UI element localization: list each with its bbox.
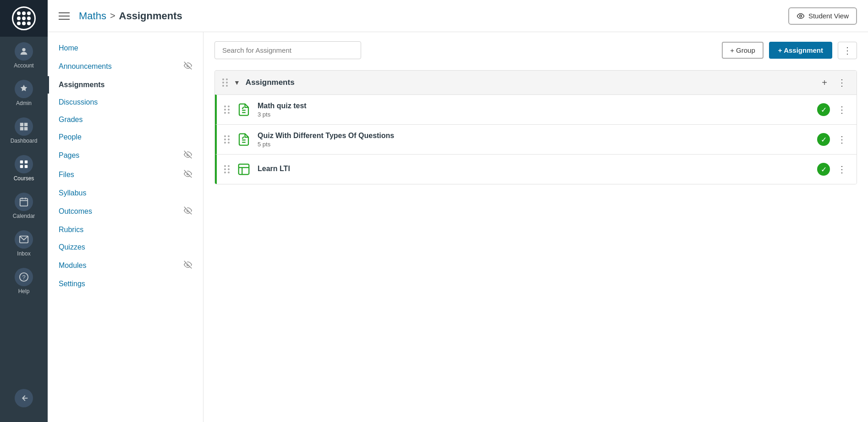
files-visibility-icon[interactable] [184,170,192,180]
nav-outcomes[interactable]: Outcomes [48,202,203,221]
assignment-title[interactable]: Math quiz test [258,102,812,110]
nav-people[interactable]: People [48,128,203,146]
actions-more-button[interactable]: ⋮ [838,42,857,59]
assignment-info: Quiz With Different Types Of Questions 5… [258,132,812,148]
main-area: Maths > Assignments Student View Home An… [48,0,868,422]
assignment-status: ✓ ⋮ [817,103,849,116]
nav-assignments[interactable]: Assignments [48,76,203,94]
sidebar-back-button[interactable] [15,383,33,415]
svg-rect-4 [24,127,27,130]
svg-rect-6 [25,161,27,163]
action-bar: + Group + Assignment ⋮ [214,41,857,59]
menu-toggle-button[interactable] [59,12,70,20]
sidebar-item-courses[interactable]: Courses [0,150,48,187]
assignment-title[interactable]: Learn LTI [258,165,812,173]
svg-point-17 [800,15,802,17]
app-logo[interactable] [0,0,48,37]
nav-announcements[interactable]: Announcements [48,57,203,76]
course-navigation: Home Announcements Assignments Discussio… [48,32,203,422]
svg-rect-2 [24,123,27,126]
assignment-points: 5 pts [258,141,812,148]
sidebar-item-calendar[interactable]: Calendar [0,187,48,225]
item-more-button[interactable]: ⋮ [835,103,849,116]
nav-syllabus[interactable]: Syllabus [48,184,203,202]
search-input[interactable] [214,41,361,59]
published-indicator: ✓ [817,103,830,116]
assignment-type-icon [236,131,252,148]
nav-grades[interactable]: Grades [48,111,203,128]
published-indicator: ✓ [817,163,830,176]
published-indicator: ✓ [817,133,830,146]
lti-type-icon [236,161,252,178]
modules-visibility-icon[interactable] [184,261,192,271]
nav-quizzes[interactable]: Quizzes [48,239,203,256]
svg-rect-9 [20,199,28,206]
page-content: + Group + Assignment ⋮ [203,32,868,422]
assignment-type-icon [236,101,252,118]
nav-home[interactable]: Home [48,39,203,57]
nav-pages[interactable]: Pages [48,146,203,165]
svg-text:?: ? [22,274,25,281]
item-more-button[interactable]: ⋮ [835,133,849,146]
svg-point-0 [22,48,25,51]
assignments-group: ▼ Assignments + ⋮ [214,70,857,184]
item-drag-handle[interactable] [224,135,230,144]
group-drag-handle[interactable] [222,78,228,87]
sidebar: Account Admin Dashboard Courses Calendar… [0,0,48,422]
sidebar-item-inbox[interactable]: Inbox [0,225,48,262]
nav-files[interactable]: Files [48,165,203,184]
assignment-item: Quiz With Different Types Of Questions 5… [215,124,857,154]
nav-modules[interactable]: Modules [48,256,203,275]
assignment-item: Math quiz test 3 pts ✓ ⋮ [215,94,857,124]
breadcrumb: Maths > Assignments [79,10,182,22]
add-assignment-button[interactable]: + Assignment [769,42,832,59]
item-more-button[interactable]: ⋮ [835,163,849,176]
topbar: Maths > Assignments Student View [48,0,868,32]
item-drag-handle[interactable] [224,106,230,114]
group-actions: + ⋮ [819,76,849,89]
student-view-icon [797,12,805,20]
svg-rect-3 [20,127,23,130]
group-toggle-button[interactable]: ▼ [234,79,240,86]
group-more-button[interactable]: ⋮ [835,76,849,89]
nav-settings[interactable]: Settings [48,275,203,293]
nav-discussions[interactable]: Discussions [48,94,203,111]
pages-visibility-icon[interactable] [184,150,192,161]
content-area: Home Announcements Assignments Discussio… [48,32,868,422]
svg-rect-7 [20,165,23,168]
group-header: ▼ Assignments + ⋮ [215,71,857,94]
assignment-title[interactable]: Quiz With Different Types Of Questions [258,132,812,140]
announcements-visibility-icon[interactable] [184,61,192,72]
svg-rect-8 [25,165,27,168]
outcomes-visibility-icon[interactable] [184,206,192,217]
breadcrumb-separator: > [110,11,115,21]
student-view-button[interactable]: Student View [788,7,857,25]
sidebar-item-dashboard[interactable]: Dashboard [0,112,48,150]
assignment-item: Learn LTI ✓ ⋮ [215,154,857,184]
item-drag-handle[interactable] [224,165,230,173]
assignment-points: 3 pts [258,111,812,118]
group-add-item-button[interactable]: + [819,77,830,89]
svg-rect-1 [20,123,23,126]
assignment-info: Learn LTI [258,165,812,174]
breadcrumb-course[interactable]: Maths [79,10,106,22]
svg-rect-5 [20,161,23,163]
topbar-right: Student View [788,7,857,25]
sidebar-item-account[interactable]: Account [0,37,48,74]
assignment-status: ✓ ⋮ [817,133,849,146]
svg-rect-27 [239,164,249,175]
assignment-info: Math quiz test 3 pts [258,102,812,118]
breadcrumb-current-page: Assignments [119,10,182,22]
nav-rubrics[interactable]: Rubrics [48,221,203,239]
group-title: Assignments [246,78,295,87]
assignment-status: ✓ ⋮ [817,163,849,176]
add-group-button[interactable]: + Group [722,42,764,59]
sidebar-item-help[interactable]: ? Help [0,262,48,300]
sidebar-item-admin[interactable]: Admin [0,74,48,112]
